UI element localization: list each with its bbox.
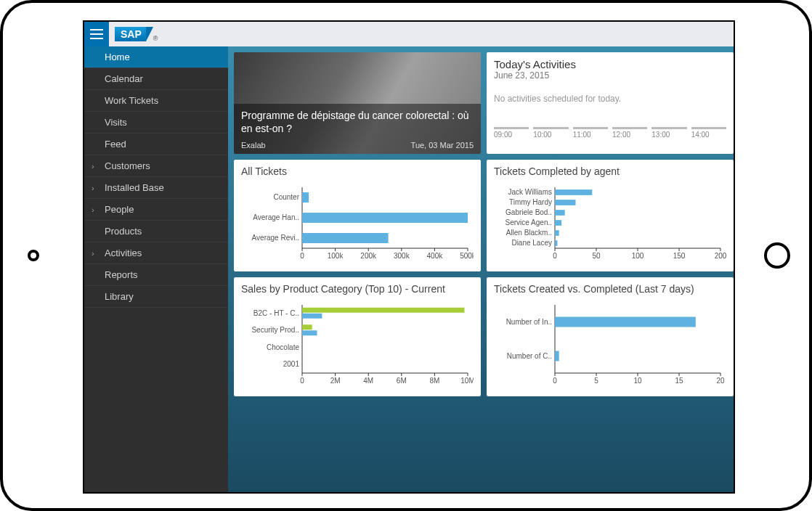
- sidebar-item-label: Work Tickets: [105, 95, 158, 106]
- svg-text:2M: 2M: [330, 377, 341, 385]
- svg-text:0: 0: [553, 377, 557, 385]
- sidebar-item-label: People: [105, 204, 134, 215]
- svg-rect-0: [90, 29, 103, 30]
- activities-card[interactable]: Today's Activities June 23, 2015 No acti…: [487, 52, 734, 154]
- sidebar-item-label: Feed: [105, 139, 126, 150]
- sidebar-item-activities[interactable]: ›Activities: [84, 242, 228, 264]
- sidebar-item-people[interactable]: ›People: [84, 199, 228, 221]
- timeline-slot: 14:00: [691, 127, 726, 139]
- svg-rect-88: [555, 351, 559, 361]
- sidebar-item-installed-base[interactable]: ›Installed Base: [84, 177, 228, 199]
- svg-rect-62: [302, 308, 464, 313]
- all-tickets-title: All Tickets: [234, 160, 481, 180]
- sidebar-item-label: Installed Base: [105, 182, 164, 193]
- svg-text:Average Han..: Average Han..: [253, 213, 299, 221]
- timeline-slot: 10:00: [533, 127, 568, 139]
- svg-text:Gabriele Bod..: Gabriele Bod..: [506, 208, 552, 216]
- sidebar-item-label: Home: [105, 52, 130, 62]
- svg-text:Chocolate: Chocolate: [267, 343, 299, 351]
- hamburger-icon: [90, 29, 103, 39]
- svg-text:0: 0: [300, 377, 304, 385]
- tickets-by-agent-chart: 050100150200Jack WilliamsTimmy HardyGabr…: [494, 183, 726, 263]
- svg-text:0: 0: [300, 252, 304, 260]
- sidebar-item-label: Products: [105, 226, 142, 237]
- tickets-by-agent-card[interactable]: Tickets Completed by agent 050100150200J…: [487, 160, 734, 271]
- svg-text:Jack Williams: Jack Williams: [508, 188, 552, 196]
- timeline-slot: 09:00: [494, 127, 529, 139]
- svg-text:100: 100: [632, 252, 644, 260]
- svg-text:Diane Lacey: Diane Lacey: [511, 239, 552, 247]
- tablet-home-button[interactable]: [764, 242, 790, 269]
- svg-rect-40: [555, 210, 565, 216]
- sidebar-item-label: Library: [105, 291, 134, 302]
- sales-top10-card[interactable]: Sales by Product Category (Top 10) - Cur…: [234, 277, 481, 396]
- sales-top10-title: Sales by Product Category (Top 10) - Cur…: [234, 277, 481, 298]
- svg-text:50: 50: [592, 252, 601, 260]
- svg-text:15: 15: [675, 377, 683, 385]
- svg-rect-86: [555, 317, 696, 327]
- svg-rect-38: [555, 200, 576, 205]
- news-card[interactable]: Programme de dépistage du cancer colorec…: [234, 52, 481, 154]
- sidebar-item-reports[interactable]: Reports: [84, 264, 228, 286]
- svg-text:100k: 100k: [328, 252, 344, 260]
- tickets-created-completed-card[interactable]: Tickets Created vs. Completed (Last 7 da…: [487, 277, 734, 396]
- activities-empty-msg: No activities scheduled for today.: [494, 94, 726, 104]
- svg-rect-1: [90, 33, 103, 35]
- hamburger-menu-button[interactable]: [84, 22, 109, 46]
- svg-rect-46: [555, 240, 557, 246]
- svg-rect-18: [302, 192, 309, 203]
- svg-text:B2C - HT - C..: B2C - HT - C..: [253, 309, 299, 317]
- svg-rect-66: [302, 330, 317, 335]
- app-logo: SAP ®: [115, 27, 150, 41]
- sidebar-item-visits[interactable]: Visits: [84, 112, 228, 134]
- svg-text:Average Revi..: Average Revi..: [252, 234, 299, 242]
- chevron-right-icon: ›: [92, 184, 94, 192]
- svg-text:8M: 8M: [429, 377, 439, 385]
- sales-top10-chart: 02M4M6M8M10MB2C - HT - C..Security Prod.…: [241, 301, 474, 388]
- logo-text: SAP: [115, 27, 146, 41]
- sidebar-nav: HomeCalendarWork TicketsVisitsFeed›Custo…: [84, 46, 228, 492]
- sidebar-item-products[interactable]: Products: [84, 221, 228, 242]
- sidebar-item-work-tickets[interactable]: Work Tickets: [84, 90, 228, 112]
- timeline-slot: 12:00: [612, 127, 647, 139]
- news-overlay: Programme de dépistage du cancer colorec…: [234, 104, 481, 154]
- sidebar-item-label: Reports: [105, 269, 138, 280]
- svg-text:400k: 400k: [427, 252, 444, 260]
- main-content: Programme de dépistage du cancer colorec…: [228, 46, 734, 492]
- svg-text:Counter: Counter: [273, 193, 299, 201]
- svg-rect-44: [555, 230, 559, 236]
- timeline-slot: 13:00: [651, 127, 686, 139]
- svg-rect-2: [90, 38, 103, 39]
- all-tickets-card[interactable]: All Tickets 0100k200k300k400k500kCounter…: [234, 160, 481, 271]
- sidebar-item-calendar[interactable]: Calendar: [84, 68, 228, 90]
- activities-timeline: 09:0010:0011:0012:0013:0014:00: [494, 127, 726, 139]
- chevron-right-icon: ›: [92, 162, 94, 171]
- tickets-by-agent-title: Tickets Completed by agent: [487, 160, 734, 180]
- svg-text:0: 0: [553, 252, 557, 260]
- svg-text:150: 150: [673, 252, 686, 260]
- sidebar-item-customers[interactable]: ›Customers: [84, 155, 228, 177]
- svg-text:500k: 500k: [460, 252, 474, 260]
- sidebar-item-library[interactable]: Library: [84, 286, 228, 308]
- chevron-right-icon: ›: [92, 205, 94, 214]
- svg-rect-65: [302, 324, 312, 330]
- sidebar-item-label: Customers: [105, 160, 150, 171]
- svg-rect-22: [302, 233, 389, 243]
- tickets-created-completed-title: Tickets Created vs. Completed (Last 7 da…: [487, 277, 734, 298]
- sidebar-item-home[interactable]: Home: [84, 46, 228, 68]
- svg-rect-42: [555, 220, 561, 226]
- chevron-right-icon: ›: [92, 249, 94, 258]
- trademark-symbol: ®: [153, 35, 158, 42]
- sidebar-item-label: Activities: [105, 248, 142, 258]
- svg-rect-36: [555, 189, 592, 195]
- tablet-frame: SAP ® HomeCalendarWork TicketsVisitsFeed…: [0, 0, 812, 511]
- top-bar: SAP ®: [84, 22, 734, 46]
- svg-text:4M: 4M: [363, 377, 373, 385]
- activities-title: Today's Activities: [494, 58, 726, 70]
- svg-text:Number of C..: Number of C..: [507, 352, 552, 360]
- svg-text:Allen Blackm..: Allen Blackm..: [506, 229, 552, 237]
- svg-text:2001: 2001: [283, 360, 300, 368]
- svg-text:200: 200: [715, 252, 726, 260]
- all-tickets-chart: 0100k200k300k400k500kCounterAverage Han.…: [241, 183, 474, 263]
- sidebar-item-feed[interactable]: Feed: [84, 134, 228, 155]
